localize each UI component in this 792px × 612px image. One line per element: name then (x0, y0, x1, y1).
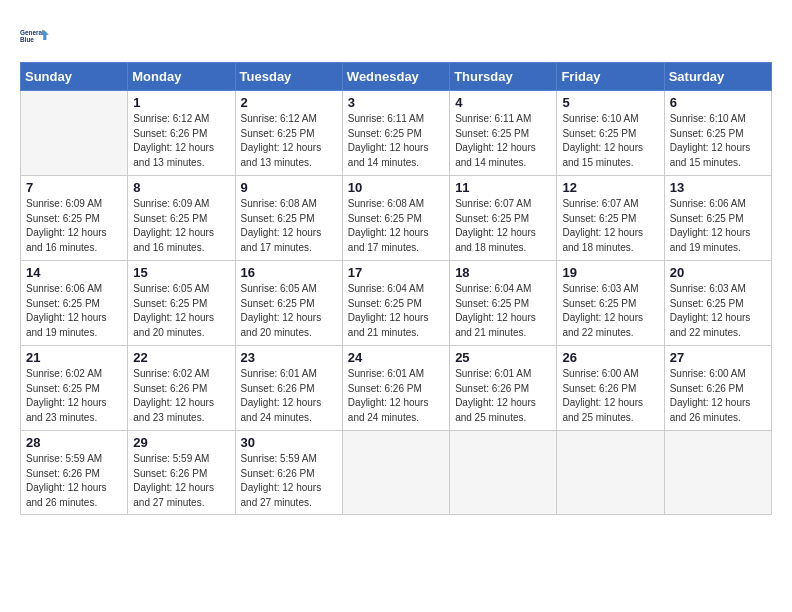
day-number: 13 (670, 180, 766, 195)
day-info: Sunrise: 6:05 AMSunset: 6:25 PMDaylight:… (241, 282, 337, 340)
day-number: 10 (348, 180, 444, 195)
header-friday: Friday (557, 63, 664, 91)
day-info: Sunrise: 6:03 AMSunset: 6:25 PMDaylight:… (562, 282, 658, 340)
calendar-cell (450, 431, 557, 515)
page-header: GeneralBlue (20, 20, 772, 52)
day-number: 6 (670, 95, 766, 110)
day-info: Sunrise: 6:09 AMSunset: 6:25 PMDaylight:… (26, 197, 122, 255)
day-number: 3 (348, 95, 444, 110)
day-info: Sunrise: 6:10 AMSunset: 6:25 PMDaylight:… (562, 112, 658, 170)
calendar-cell: 22Sunrise: 6:02 AMSunset: 6:26 PMDayligh… (128, 346, 235, 431)
day-number: 30 (241, 435, 337, 450)
day-info: Sunrise: 6:04 AMSunset: 6:25 PMDaylight:… (348, 282, 444, 340)
header-thursday: Thursday (450, 63, 557, 91)
day-number: 19 (562, 265, 658, 280)
calendar-cell: 29Sunrise: 5:59 AMSunset: 6:26 PMDayligh… (128, 431, 235, 515)
day-number: 27 (670, 350, 766, 365)
day-info: Sunrise: 6:11 AMSunset: 6:25 PMDaylight:… (348, 112, 444, 170)
day-number: 5 (562, 95, 658, 110)
header-wednesday: Wednesday (342, 63, 449, 91)
day-info: Sunrise: 6:09 AMSunset: 6:25 PMDaylight:… (133, 197, 229, 255)
calendar-cell (664, 431, 771, 515)
day-number: 15 (133, 265, 229, 280)
day-info: Sunrise: 6:07 AMSunset: 6:25 PMDaylight:… (562, 197, 658, 255)
day-info: Sunrise: 6:11 AMSunset: 6:25 PMDaylight:… (455, 112, 551, 170)
calendar-cell: 3Sunrise: 6:11 AMSunset: 6:25 PMDaylight… (342, 91, 449, 176)
calendar-cell: 7Sunrise: 6:09 AMSunset: 6:25 PMDaylight… (21, 176, 128, 261)
calendar-cell: 21Sunrise: 6:02 AMSunset: 6:25 PMDayligh… (21, 346, 128, 431)
calendar-cell: 18Sunrise: 6:04 AMSunset: 6:25 PMDayligh… (450, 261, 557, 346)
calendar-cell (21, 91, 128, 176)
calendar-cell: 17Sunrise: 6:04 AMSunset: 6:25 PMDayligh… (342, 261, 449, 346)
day-info: Sunrise: 6:01 AMSunset: 6:26 PMDaylight:… (348, 367, 444, 425)
day-number: 20 (670, 265, 766, 280)
day-number: 18 (455, 265, 551, 280)
day-info: Sunrise: 6:06 AMSunset: 6:25 PMDaylight:… (670, 197, 766, 255)
day-number: 29 (133, 435, 229, 450)
day-number: 25 (455, 350, 551, 365)
calendar-cell (342, 431, 449, 515)
calendar-cell: 10Sunrise: 6:08 AMSunset: 6:25 PMDayligh… (342, 176, 449, 261)
day-info: Sunrise: 6:06 AMSunset: 6:25 PMDaylight:… (26, 282, 122, 340)
calendar-cell: 6Sunrise: 6:10 AMSunset: 6:25 PMDaylight… (664, 91, 771, 176)
day-number: 23 (241, 350, 337, 365)
calendar-cell: 27Sunrise: 6:00 AMSunset: 6:26 PMDayligh… (664, 346, 771, 431)
calendar-cell: 20Sunrise: 6:03 AMSunset: 6:25 PMDayligh… (664, 261, 771, 346)
calendar-cell: 24Sunrise: 6:01 AMSunset: 6:26 PMDayligh… (342, 346, 449, 431)
day-info: Sunrise: 6:04 AMSunset: 6:25 PMDaylight:… (455, 282, 551, 340)
day-info: Sunrise: 6:12 AMSunset: 6:25 PMDaylight:… (241, 112, 337, 170)
day-number: 24 (348, 350, 444, 365)
day-info: Sunrise: 5:59 AMSunset: 6:26 PMDaylight:… (133, 452, 229, 510)
calendar-cell: 13Sunrise: 6:06 AMSunset: 6:25 PMDayligh… (664, 176, 771, 261)
calendar-cell: 26Sunrise: 6:00 AMSunset: 6:26 PMDayligh… (557, 346, 664, 431)
calendar-cell: 28Sunrise: 5:59 AMSunset: 6:26 PMDayligh… (21, 431, 128, 515)
svg-text:General: General (20, 29, 44, 36)
day-info: Sunrise: 6:12 AMSunset: 6:26 PMDaylight:… (133, 112, 229, 170)
day-number: 8 (133, 180, 229, 195)
day-number: 4 (455, 95, 551, 110)
logo-icon: GeneralBlue (20, 20, 52, 52)
day-number: 21 (26, 350, 122, 365)
header-tuesday: Tuesday (235, 63, 342, 91)
calendar-cell: 19Sunrise: 6:03 AMSunset: 6:25 PMDayligh… (557, 261, 664, 346)
day-info: Sunrise: 6:07 AMSunset: 6:25 PMDaylight:… (455, 197, 551, 255)
calendar-cell: 25Sunrise: 6:01 AMSunset: 6:26 PMDayligh… (450, 346, 557, 431)
calendar-cell: 23Sunrise: 6:01 AMSunset: 6:26 PMDayligh… (235, 346, 342, 431)
calendar-header-row: SundayMondayTuesdayWednesdayThursdayFrid… (21, 63, 772, 91)
day-number: 14 (26, 265, 122, 280)
calendar-cell: 30Sunrise: 5:59 AMSunset: 6:26 PMDayligh… (235, 431, 342, 515)
day-info: Sunrise: 5:59 AMSunset: 6:26 PMDaylight:… (26, 452, 122, 510)
day-number: 12 (562, 180, 658, 195)
day-number: 11 (455, 180, 551, 195)
day-number: 2 (241, 95, 337, 110)
logo: GeneralBlue (20, 20, 52, 52)
day-number: 17 (348, 265, 444, 280)
day-info: Sunrise: 6:01 AMSunset: 6:26 PMDaylight:… (455, 367, 551, 425)
day-number: 16 (241, 265, 337, 280)
header-saturday: Saturday (664, 63, 771, 91)
day-number: 7 (26, 180, 122, 195)
day-info: Sunrise: 6:03 AMSunset: 6:25 PMDaylight:… (670, 282, 766, 340)
calendar-cell: 14Sunrise: 6:06 AMSunset: 6:25 PMDayligh… (21, 261, 128, 346)
day-number: 26 (562, 350, 658, 365)
calendar-cell: 15Sunrise: 6:05 AMSunset: 6:25 PMDayligh… (128, 261, 235, 346)
calendar-week-1: 1Sunrise: 6:12 AMSunset: 6:26 PMDaylight… (21, 91, 772, 176)
day-info: Sunrise: 6:02 AMSunset: 6:26 PMDaylight:… (133, 367, 229, 425)
header-monday: Monday (128, 63, 235, 91)
day-info: Sunrise: 6:00 AMSunset: 6:26 PMDaylight:… (562, 367, 658, 425)
header-sunday: Sunday (21, 63, 128, 91)
calendar-cell: 8Sunrise: 6:09 AMSunset: 6:25 PMDaylight… (128, 176, 235, 261)
day-info: Sunrise: 6:08 AMSunset: 6:25 PMDaylight:… (348, 197, 444, 255)
day-number: 1 (133, 95, 229, 110)
calendar-cell: 11Sunrise: 6:07 AMSunset: 6:25 PMDayligh… (450, 176, 557, 261)
day-info: Sunrise: 5:59 AMSunset: 6:26 PMDaylight:… (241, 452, 337, 510)
calendar-cell: 9Sunrise: 6:08 AMSunset: 6:25 PMDaylight… (235, 176, 342, 261)
calendar-cell: 4Sunrise: 6:11 AMSunset: 6:25 PMDaylight… (450, 91, 557, 176)
calendar-week-5: 28Sunrise: 5:59 AMSunset: 6:26 PMDayligh… (21, 431, 772, 515)
calendar-cell: 12Sunrise: 6:07 AMSunset: 6:25 PMDayligh… (557, 176, 664, 261)
day-info: Sunrise: 6:10 AMSunset: 6:25 PMDaylight:… (670, 112, 766, 170)
calendar-cell: 5Sunrise: 6:10 AMSunset: 6:25 PMDaylight… (557, 91, 664, 176)
day-info: Sunrise: 6:02 AMSunset: 6:25 PMDaylight:… (26, 367, 122, 425)
calendar-cell (557, 431, 664, 515)
calendar-cell: 2Sunrise: 6:12 AMSunset: 6:25 PMDaylight… (235, 91, 342, 176)
